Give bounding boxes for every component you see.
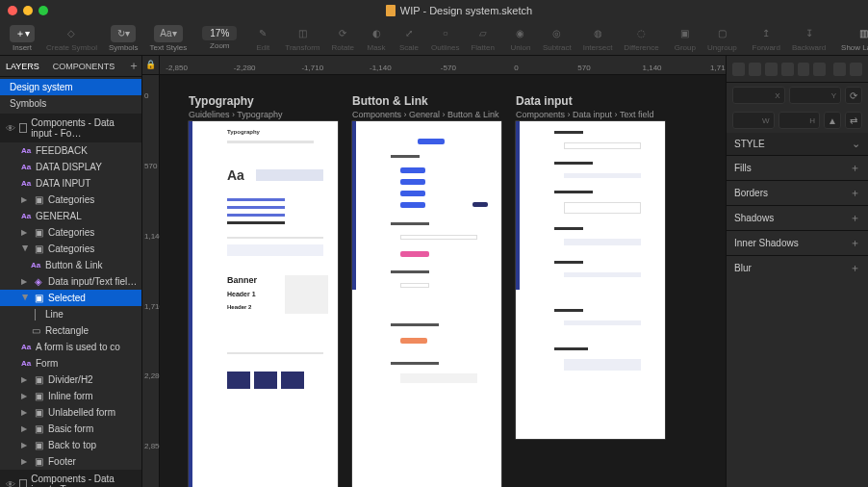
chevron-right-icon[interactable]: ▶: [21, 277, 29, 286]
align-left-icon[interactable]: [732, 63, 745, 76]
visibility-icon[interactable]: 👁: [6, 123, 15, 134]
artboard-title-button-link[interactable]: Button & Link: [352, 94, 428, 108]
visibility-icon[interactable]: 👁: [6, 479, 15, 488]
forward-button[interactable]: ↥Forward: [749, 25, 784, 52]
chevron-down-icon[interactable]: ▶: [21, 295, 30, 302]
chevron-right-icon[interactable]: ▶: [21, 441, 29, 449]
align-top-icon[interactable]: [781, 63, 794, 76]
section-borders[interactable]: Borders ＋: [727, 180, 868, 205]
layer-form-text[interactable]: AaForm: [0, 355, 141, 372]
height-input[interactable]: H: [779, 112, 821, 129]
ungroup-button[interactable]: ▢Ungroup: [703, 25, 741, 52]
zoom-control[interactable]: 17% Zoom: [198, 26, 241, 50]
layer-general[interactable]: AaGENERAL: [0, 208, 141, 224]
section-inner-shadows[interactable]: Inner Shadows ＋: [727, 230, 868, 255]
y-input[interactable]: Y: [789, 87, 842, 104]
align-v-center-icon[interactable]: [798, 63, 810, 76]
chevron-right-icon[interactable]: ▶: [21, 408, 29, 417]
align-right-icon[interactable]: [765, 63, 778, 76]
layer-feedback[interactable]: AaFEEDBACK: [0, 142, 141, 159]
x-input[interactable]: X: [732, 87, 785, 104]
tab-layers[interactable]: LAYERS: [6, 62, 39, 71]
union-button[interactable]: ◉Union: [506, 25, 535, 52]
minimize-window-icon[interactable]: [23, 6, 33, 15]
tab-components[interactable]: COMPONENTS: [53, 62, 115, 71]
chevron-right-icon[interactable]: ▶: [21, 195, 29, 204]
layer-unlabelled-form[interactable]: ▶▣Unlabelled form: [0, 404, 141, 421]
maximize-window-icon[interactable]: [38, 6, 48, 15]
add-icon[interactable]: ＋: [850, 211, 860, 225]
mask-button[interactable]: ◐Mask: [362, 25, 391, 52]
transform-button[interactable]: ◫Transform: [281, 25, 323, 52]
section-fills[interactable]: Fills ＋: [727, 155, 868, 180]
layer-rectangle[interactable]: ▭Rectangle: [0, 322, 141, 339]
layer-selected-group[interactable]: ▶▣Selected: [0, 290, 141, 306]
chevron-right-icon[interactable]: ▶: [21, 228, 29, 237]
add-icon[interactable]: ＋: [850, 186, 860, 200]
section-style[interactable]: STYLE ⌄: [727, 133, 868, 155]
artboard-title-typography[interactable]: Typography: [189, 94, 254, 108]
layer-data-display[interactable]: AaDATA DISPLAY: [0, 159, 141, 175]
layer-basic-form[interactable]: ▶▣Basic form: [0, 421, 141, 437]
section-shadows[interactable]: Shadows ＋: [727, 205, 868, 230]
text-styles-button[interactable]: Aa▾ Text Styles: [146, 25, 191, 52]
subtract-button[interactable]: ◎Subtract: [539, 25, 575, 52]
intersect-button[interactable]: ◍Intersect: [579, 25, 617, 52]
layer-categories-2[interactable]: ▶▣Categories: [0, 224, 141, 241]
page-symbols[interactable]: Symbols: [0, 95, 141, 112]
flip-v-icon[interactable]: ⇄: [845, 112, 862, 129]
edit-button[interactable]: ✎Edit: [248, 25, 277, 52]
add-page-icon[interactable]: ＋: [128, 58, 140, 74]
zoom-value[interactable]: 17%: [202, 26, 237, 40]
flatten-button[interactable]: ▱Flatten: [467, 25, 498, 52]
artboard-data-input[interactable]: [516, 121, 665, 439]
layer-categories-1[interactable]: ▶▣Categories: [0, 192, 141, 208]
artboard-button-link[interactable]: [352, 121, 501, 487]
close-window-icon[interactable]: [8, 6, 17, 15]
artboard-header-data-input-form[interactable]: 👁 Components - Data input - Fo…: [0, 114, 141, 142]
add-icon[interactable]: ＋: [850, 236, 860, 250]
lock-icon[interactable]: 🔒: [145, 60, 156, 69]
layer-footer[interactable]: ▶▣Footer: [0, 453, 141, 470]
add-icon[interactable]: ＋: [850, 261, 860, 275]
canvas[interactable]: Typography Guidelines › Typography Typog…: [160, 75, 726, 487]
rotate-button[interactable]: ⟳Rotate: [327, 25, 358, 52]
insert-button[interactable]: ＋▾ Insert: [6, 25, 38, 52]
layer-inline-form[interactable]: ▶▣Inline form: [0, 388, 141, 404]
chevron-down-icon[interactable]: ▶: [21, 245, 30, 253]
add-icon[interactable]: ＋: [850, 161, 860, 175]
artboard-header-data-input-text[interactable]: 👁 Components - Data input - Te…: [0, 470, 141, 487]
align-bottom-icon[interactable]: [813, 63, 826, 76]
layer-back-to-top[interactable]: ▶▣Back to top: [0, 437, 141, 453]
chevron-down-icon[interactable]: ⌄: [852, 138, 860, 150]
width-input[interactable]: W: [732, 112, 775, 129]
page-design-system[interactable]: Design system: [0, 79, 141, 95]
chevron-right-icon[interactable]: ▶: [21, 375, 29, 384]
layer-categories-3[interactable]: ▶▣Categories: [0, 241, 141, 257]
symbols-button[interactable]: ↻▾ Symbols: [105, 25, 142, 52]
chevron-right-icon[interactable]: ▶: [21, 424, 29, 433]
rotate-icon[interactable]: ⟳: [845, 87, 862, 104]
layer-search-symbol[interactable]: ▶◈Data input/Text field/Searc…: [0, 273, 141, 290]
ruler-corner[interactable]: 🔒: [142, 56, 160, 74]
artboard-title-data-input[interactable]: Data input: [516, 94, 573, 108]
layer-divider-h2[interactable]: ▶▣Divider/H2: [0, 372, 141, 388]
show-layout-button[interactable]: ▥Show Layout: [837, 25, 868, 52]
scale-button[interactable]: ⤢Scale: [395, 25, 423, 52]
flip-h-icon[interactable]: ▲: [824, 112, 841, 129]
group-button[interactable]: ▣Group: [671, 25, 700, 52]
chevron-right-icon[interactable]: ▶: [21, 392, 29, 400]
section-blur[interactable]: Blur ＋: [727, 255, 868, 280]
distribute-h-icon[interactable]: [833, 63, 846, 76]
layer-form-desc-text[interactable]: AaA form is used to co: [0, 339, 141, 355]
layer-line[interactable]: │Line: [0, 306, 141, 322]
backward-button[interactable]: ↧Backward: [788, 25, 830, 52]
difference-button[interactable]: ◌Difference: [620, 25, 662, 52]
artboard-typography[interactable]: Typography Aa Banner Header 1 Header 2: [189, 121, 338, 487]
outlines-button[interactable]: ○Outlines: [427, 25, 463, 52]
align-h-center-icon[interactable]: [749, 63, 761, 76]
distribute-v-icon[interactable]: [850, 63, 862, 76]
layer-data-input[interactable]: AaDATA INPUT: [0, 175, 141, 192]
layer-button-link[interactable]: AaButton & Link: [0, 257, 141, 273]
chevron-right-icon[interactable]: ▶: [21, 457, 29, 466]
